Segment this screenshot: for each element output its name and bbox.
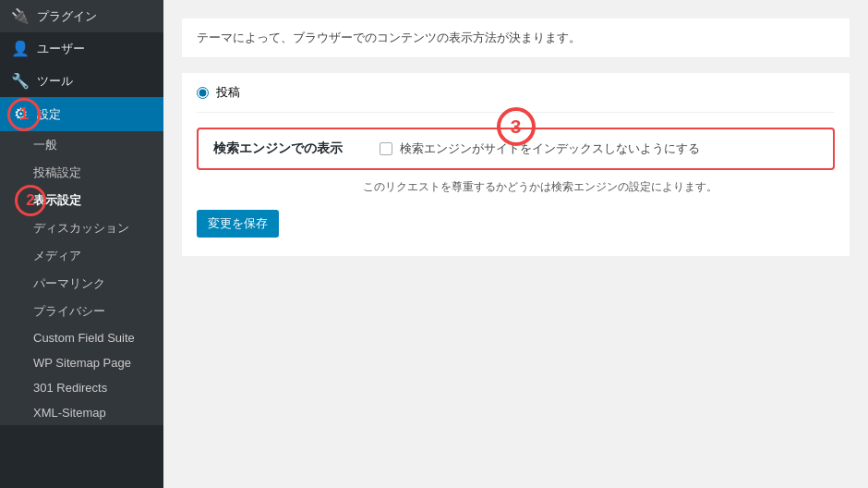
- intro-text: テーマによって、ブラウザーでのコンテンツの表示方法が決まります。: [197, 30, 581, 46]
- sidebar-item-users[interactable]: 👤 ユーザー: [0, 32, 163, 65]
- radio-row: 投稿: [197, 84, 835, 113]
- settings-icon: ⚙: [11, 104, 30, 124]
- sidebar-item-label: 設定: [37, 106, 61, 123]
- submenu-item-general[interactable]: 一般: [0, 131, 163, 159]
- users-icon: 👤: [11, 40, 30, 57]
- search-engine-checkbox[interactable]: [380, 142, 392, 155]
- sidebar-item-label: ツール: [37, 73, 73, 90]
- save-button[interactable]: 変更を保存: [197, 210, 279, 238]
- radio-post[interactable]: [197, 87, 209, 99]
- submenu-item-discussion[interactable]: ディスカッション: [0, 214, 163, 242]
- submenu-item-custom-field-suite[interactable]: Custom Field Suite: [0, 325, 163, 350]
- submenu-item-xml-sitemap[interactable]: XML-Sitemap: [0, 400, 163, 425]
- search-engine-label: 検索エンジンでの表示: [213, 140, 361, 157]
- search-engine-help: このリクエストを尊重するかどうかは検索エンジンの設定によります。: [363, 179, 835, 195]
- submenu-item-301-redirects[interactable]: 301 Redirects: [0, 375, 163, 400]
- main-content: テーマによって、ブラウザーでのコンテンツの表示方法が決まります。 投稿 検索エン…: [163, 0, 868, 274]
- radio-label: 投稿: [216, 84, 240, 101]
- sidebar-item-label: プラグイン: [37, 8, 97, 25]
- search-engine-checkbox-row: 検索エンジンがサイトをインデックスしないようにする: [380, 140, 700, 157]
- plugins-icon: 🔌: [11, 7, 30, 25]
- submenu-item-media[interactable]: メディア: [0, 242, 163, 270]
- submenu-item-permalink[interactable]: パーマリンク: [0, 270, 163, 298]
- settings-submenu: 一般 投稿設定 表示設定 2 ディスカッション メディア パーマリンク プライバ…: [0, 131, 163, 425]
- sidebar-item-label: ユーザー: [37, 41, 85, 57]
- sidebar-item-settings[interactable]: ⚙ 設定 1: [0, 97, 163, 131]
- search-engine-section: 検索エンジンでの表示 検索エンジンがサイトをインデックスしないようにする: [197, 128, 835, 170]
- submenu-item-wp-sitemap[interactable]: WP Sitemap Page: [0, 350, 163, 375]
- submenu-item-writing[interactable]: 投稿設定: [0, 159, 163, 187]
- tools-icon: 🔧: [11, 72, 30, 90]
- sidebar: 🔌 プラグイン 👤 ユーザー 🔧 ツール ⚙ 設定 1 一般 投稿設定 表示設定…: [0, 0, 163, 488]
- main-wrapper: テーマによって、ブラウザーでのコンテンツの表示方法が決まります。 投稿 検索エン…: [163, 0, 868, 488]
- reading-label: 表示設定: [33, 192, 81, 209]
- checkbox-label: 検索エンジンがサイトをインデックスしないようにする: [400, 140, 700, 157]
- sidebar-item-tools[interactable]: 🔧 ツール: [0, 65, 163, 97]
- sidebar-item-plugins[interactable]: 🔌 プラグイン: [0, 0, 163, 32]
- submenu-item-reading[interactable]: 表示設定 2: [0, 187, 163, 214]
- submenu-item-privacy[interactable]: プライバシー: [0, 298, 163, 325]
